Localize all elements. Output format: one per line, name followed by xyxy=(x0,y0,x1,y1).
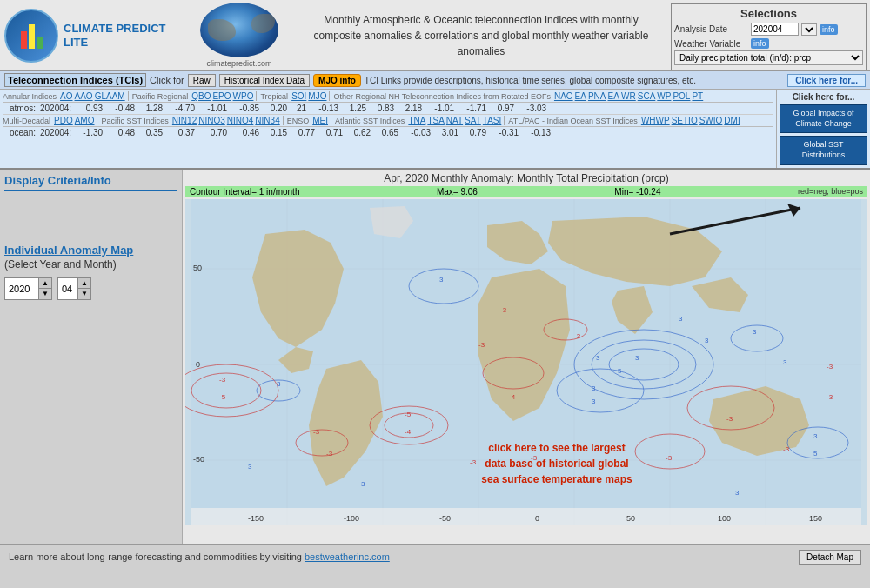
nin12-link[interactable]: NIN12 xyxy=(172,116,197,125)
aao-link[interactable]: AAO xyxy=(75,91,93,101)
ao-val: 0.93 xyxy=(77,104,103,113)
contour-interval: Contour Interval= 1 in/month xyxy=(190,187,299,197)
epo-val: -1.01 xyxy=(197,104,227,113)
svg-text:-3: -3 xyxy=(826,393,833,401)
tna-link[interactable]: TNA xyxy=(408,116,425,125)
map-container: Apr, 2020 Monthly Anomaly: Monthly Total… xyxy=(183,170,870,544)
pdo-link[interactable]: PDO xyxy=(54,116,73,125)
eawr-link[interactable]: EA WR xyxy=(608,91,636,101)
global-impacts-button[interactable]: Global Impacts of Climate Change xyxy=(780,104,867,133)
svg-text:3: 3 xyxy=(783,358,787,366)
pna-link[interactable]: PNA xyxy=(588,91,606,101)
ea-link[interactable]: EA xyxy=(575,91,586,101)
sat-val: 0.65 xyxy=(372,128,398,137)
amo-val: 0.48 xyxy=(104,128,135,137)
best-weather-link[interactable]: bestweatherinc.com xyxy=(304,551,390,562)
svg-text:150: 150 xyxy=(809,514,822,523)
svg-text:3: 3 xyxy=(596,354,600,362)
svg-text:-150: -150 xyxy=(248,514,264,523)
setio-link[interactable]: SETIO xyxy=(672,116,698,125)
raw-button[interactable]: Raw xyxy=(188,74,216,87)
historical-index-button[interactable]: Historical Index Data xyxy=(219,74,310,87)
month-down-arrow[interactable]: ▼ xyxy=(78,289,90,299)
anomaly-map-link[interactable]: Individual Anomaly Map xyxy=(4,244,177,257)
detach-map-button[interactable]: Detach Map xyxy=(799,550,861,565)
nin34-link[interactable]: NIN34 xyxy=(255,116,279,125)
glaam-link[interactable]: GLAAM xyxy=(95,91,125,101)
ocean-label: ocean: xyxy=(3,128,36,137)
nino3-link[interactable]: NINO3 xyxy=(198,116,225,125)
svg-text:3: 3 xyxy=(753,328,757,336)
svg-text:3: 3 xyxy=(277,380,281,388)
tropical-label: Tropical xyxy=(260,92,288,101)
svg-text:-100: -100 xyxy=(344,514,359,523)
sat-link[interactable]: SAT xyxy=(465,116,481,125)
sidebar: Display Criteria/Info Individual Anomaly… xyxy=(0,170,183,544)
wp-link[interactable]: WP xyxy=(657,91,671,101)
svg-text:click here to see the largest: click here to see the largest xyxy=(488,442,625,454)
amo-link[interactable]: AMO xyxy=(75,116,95,125)
nat-val: 0.62 xyxy=(345,128,371,137)
mjo-link[interactable]: MJO xyxy=(308,91,326,101)
svg-text:3: 3 xyxy=(813,432,818,440)
svg-text:100: 100 xyxy=(718,514,731,523)
nino4-link[interactable]: NINO4 xyxy=(227,116,254,125)
click-here-top-button[interactable]: Click here for... xyxy=(787,74,866,87)
glaam-val: 1.28 xyxy=(137,104,163,113)
month-up-arrow[interactable]: ▲ xyxy=(78,278,90,289)
svg-text:-4: -4 xyxy=(405,428,412,436)
tci-title: Teleconnection Indices (TCIs) xyxy=(4,73,146,87)
year-up-arrow[interactable]: ▲ xyxy=(39,278,51,289)
svg-text:3: 3 xyxy=(592,398,596,405)
logo-icon xyxy=(4,9,58,63)
site-url: climatepredict.com xyxy=(206,59,271,68)
swio-link[interactable]: SWIO xyxy=(699,116,723,125)
nao-link[interactable]: NAO xyxy=(554,91,573,101)
svg-text:5: 5 xyxy=(618,367,622,375)
tsa-link[interactable]: TSA xyxy=(427,116,444,125)
nat-link[interactable]: NAT xyxy=(446,116,463,125)
ea-val: 1.25 xyxy=(340,104,366,113)
wpo-link[interactable]: WPO xyxy=(233,91,254,101)
mei-link[interactable]: MEI xyxy=(312,116,328,125)
svg-text:sea surface temperature maps: sea surface temperature maps xyxy=(481,473,632,485)
globe-image: climatepredict.com xyxy=(187,0,291,70)
year-down-arrow[interactable]: ▼ xyxy=(39,289,51,299)
year-spinner[interactable]: 2020 ▲ ▼ xyxy=(4,277,52,300)
tasi-link[interactable]: TASI xyxy=(483,116,501,125)
svg-text:50: 50 xyxy=(626,514,635,523)
wpo-val: -0.85 xyxy=(229,104,259,113)
ao-link[interactable]: AO xyxy=(60,91,72,101)
qbo-link[interactable]: QBO xyxy=(191,91,211,101)
mjo-info-button[interactable]: MJO info xyxy=(313,74,361,87)
svg-text:-3: -3 xyxy=(826,363,833,371)
svg-text:-3: -3 xyxy=(574,332,581,340)
weather-variable-info-btn[interactable]: info xyxy=(751,38,769,49)
weather-variable-dropdown[interactable]: Daily precipitation total (in/d): prcp xyxy=(674,50,863,65)
sca-val: -1.01 xyxy=(424,104,454,113)
soi-link[interactable]: SOI xyxy=(291,91,306,101)
map-canvas: -150 -100 -50 0 50 100 150 50 0 -50 -3 xyxy=(185,199,867,525)
svg-text:-3: -3 xyxy=(219,376,226,384)
epo-link[interactable]: EPO xyxy=(212,91,231,101)
svg-text:3: 3 xyxy=(735,489,740,497)
month-spinner[interactable]: 04 ▲ ▼ xyxy=(57,277,91,300)
global-sst-button[interactable]: Global SST Distributions xyxy=(780,136,867,164)
svg-text:-3: -3 xyxy=(666,454,673,462)
whwp-link[interactable]: WHWP xyxy=(641,116,670,125)
nin12-val: 0.35 xyxy=(137,128,163,137)
dmi-link[interactable]: DMI xyxy=(724,116,740,125)
svg-text:0: 0 xyxy=(535,514,539,523)
sca-link[interactable]: SCA xyxy=(638,91,656,101)
analysis-date-input[interactable] xyxy=(751,23,799,36)
bottom-bar: Learn more about long-range forecasting … xyxy=(0,544,870,570)
pol-link[interactable]: POL xyxy=(673,91,690,101)
svg-text:-50: -50 xyxy=(193,455,204,464)
app-title: CLIMATE PREDICT LITE xyxy=(64,22,183,49)
svg-text:3: 3 xyxy=(361,480,365,488)
analysis-date-dropdown[interactable] xyxy=(801,23,817,36)
pt-link[interactable]: PT xyxy=(692,91,703,101)
other-nh-label: Other Regional NH Teleconnection Indices… xyxy=(333,92,550,101)
svg-text:3: 3 xyxy=(248,463,252,471)
analysis-date-info-btn[interactable]: info xyxy=(820,24,838,35)
